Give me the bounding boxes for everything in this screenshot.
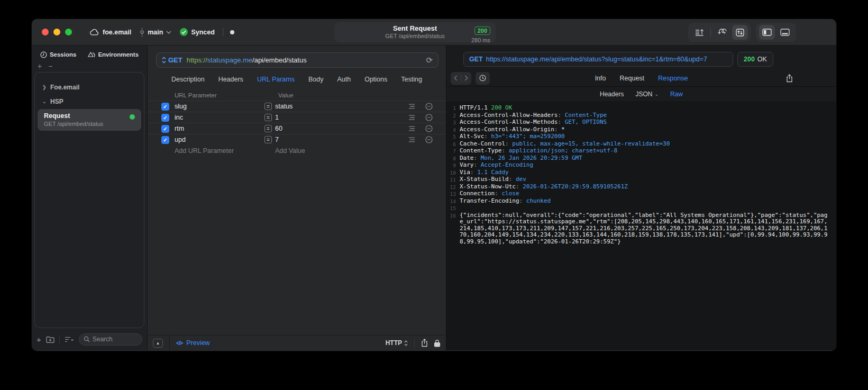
response-line: 2Access-Control-Allow-Headers: Content-T…: [447, 112, 829, 120]
toggle-bottom-panel-button[interactable]: [777, 25, 793, 40]
add-session-button[interactable]: +: [38, 64, 42, 71]
tab-url-params[interactable]: URL Params: [257, 76, 295, 83]
param-checkbox[interactable]: ✓: [161, 103, 169, 111]
param-value-field[interactable]: status: [275, 103, 293, 110]
param-checkbox[interactable]: ✓: [161, 125, 169, 133]
request-method[interactable]: GET: [168, 56, 182, 64]
import-export-button[interactable]: [691, 25, 707, 40]
response-line: 9Vary: Accept-Encoding: [447, 162, 829, 169]
add-param-row[interactable]: Add URL Parameter Add Value: [148, 145, 446, 157]
param-name-field[interactable]: rtm: [175, 125, 184, 132]
sync-label: Synced: [191, 29, 214, 36]
sidebar-tab-sessions[interactable]: Sessions: [40, 51, 77, 58]
method-stepper-icon[interactable]: [162, 57, 166, 64]
param-options-button[interactable]: [408, 104, 415, 109]
sidebar: Sessions Environments + −: [32, 46, 148, 350]
param-row: ✓ upd = 7: [148, 134, 446, 145]
sidebar-search[interactable]: [79, 333, 142, 346]
param-options-button[interactable]: [408, 137, 415, 142]
param-name-field[interactable]: inc: [175, 114, 183, 121]
param-name-field[interactable]: slug: [175, 103, 187, 110]
param-options-button[interactable]: [408, 126, 415, 131]
zoom-window-button[interactable]: [65, 29, 72, 35]
stepper-icon: [404, 340, 408, 346]
request-url-bar[interactable]: GET https://statuspage.me/api/embed/stat…: [156, 52, 438, 68]
editor-footer: ▲ </> Preview HTTP: [148, 335, 446, 350]
share-button[interactable]: [421, 339, 428, 347]
resend-request-button[interactable]: ⟳: [426, 56, 433, 65]
toggle-sidebar-button[interactable]: [759, 25, 775, 40]
request-list-item[interactable]: Request GET /api/embed/status: [38, 109, 141, 131]
minus-circle-icon: [425, 125, 433, 132]
add-param-name-placeholder[interactable]: Add URL Parameter: [175, 147, 234, 155]
flow-button[interactable]: [714, 25, 730, 40]
sort-list-button[interactable]: [65, 337, 74, 342]
remove-param-button[interactable]: [425, 136, 433, 143]
remove-param-button[interactable]: [425, 103, 433, 110]
line-content: Transfer-Encoding: chunked: [460, 198, 829, 205]
tree-group-foe-email[interactable]: ❯ Foe.email: [35, 80, 144, 94]
response-line: 7Content-Type: application/json; charset…: [447, 148, 829, 155]
traffic-lights: [42, 29, 72, 35]
tab-json[interactable]: JSON⌄: [635, 90, 659, 98]
app-window: foe.email main: [32, 19, 836, 351]
tab-options[interactable]: Options: [364, 76, 387, 83]
search-input[interactable]: [93, 335, 138, 343]
tab-description[interactable]: Description: [171, 76, 205, 83]
response-body[interactable]: 1HTTP/1.1 200 OK2Access-Control-Allow-He…: [446, 101, 836, 350]
new-request-button[interactable]: +: [36, 335, 41, 344]
tab-request[interactable]: Request: [620, 75, 645, 82]
request-summary-pill[interactable]: Sent Request GET /api/embed/status 200 2…: [334, 22, 496, 42]
tab-raw[interactable]: Raw: [670, 90, 683, 98]
tab-headers[interactable]: Headers: [218, 76, 243, 83]
param-value-field[interactable]: 7: [275, 136, 279, 143]
footer-divider: [414, 339, 415, 347]
transfer-button[interactable]: [732, 25, 748, 40]
line-number: 1: [447, 105, 456, 112]
close-window-button[interactable]: [42, 29, 49, 35]
protocol-selector[interactable]: HTTP: [386, 339, 408, 347]
summary-title: Sent Request: [385, 24, 444, 33]
param-name-field[interactable]: upd: [175, 136, 186, 143]
param-value-field[interactable]: 60: [275, 125, 282, 132]
preview-label: Preview: [186, 339, 209, 347]
column-header-name: URL Parameter: [175, 92, 216, 98]
param-checkbox[interactable]: ✓: [161, 114, 169, 122]
tab-body[interactable]: Body: [308, 76, 324, 83]
tab-response[interactable]: Response: [658, 75, 688, 82]
lock-button[interactable]: [434, 339, 441, 347]
collapse-panel-button[interactable]: ▲: [153, 339, 163, 348]
tree-group-hsp[interactable]: ⌄ HSP: [35, 94, 144, 108]
tab-auth[interactable]: Auth: [337, 76, 351, 83]
branch-selector[interactable]: main: [140, 28, 171, 37]
sync-status[interactable]: Synced: [180, 28, 214, 36]
tab-info[interactable]: Info: [595, 75, 606, 82]
url-path[interactable]: /api/embed/status: [252, 56, 307, 64]
export-response-button[interactable]: [786, 74, 793, 83]
line-content: Alt-Svc: h3=":443"; ma=2592000: [460, 133, 829, 141]
remove-param-button[interactable]: [425, 125, 433, 132]
sent-request-url[interactable]: GET https://statuspage.me/api/embed/stat…: [463, 52, 733, 67]
unsaved-indicator-dot: [230, 30, 234, 34]
project-cloud[interactable]: foe.email: [90, 29, 131, 36]
tab-headers[interactable]: Headers: [600, 90, 624, 98]
remove-session-button[interactable]: −: [48, 64, 52, 71]
bottom-panel-layout-icon: [780, 29, 790, 36]
chevron-down-icon: [166, 31, 171, 34]
line-number: 5: [447, 133, 456, 141]
preview-button[interactable]: </> Preview: [176, 339, 210, 347]
line-content: X-Status-Build: dev: [460, 176, 829, 184]
line-number: 3: [447, 119, 456, 126]
remove-param-button[interactable]: [425, 114, 433, 121]
param-checkbox[interactable]: ✓: [161, 136, 169, 144]
minimize-window-button[interactable]: [53, 29, 60, 35]
param-value-field[interactable]: 1: [275, 114, 279, 121]
url-scheme[interactable]: https://: [187, 56, 207, 64]
tab-testing[interactable]: Testing: [401, 76, 422, 83]
param-options-button[interactable]: [408, 115, 415, 120]
new-folder-button[interactable]: [46, 336, 54, 343]
status-text: OK: [757, 56, 767, 63]
add-param-value-placeholder[interactable]: Add Value: [275, 147, 305, 155]
sidebar-tab-environments[interactable]: Environments: [88, 51, 139, 58]
url-host[interactable]: statuspage.me: [207, 56, 252, 64]
